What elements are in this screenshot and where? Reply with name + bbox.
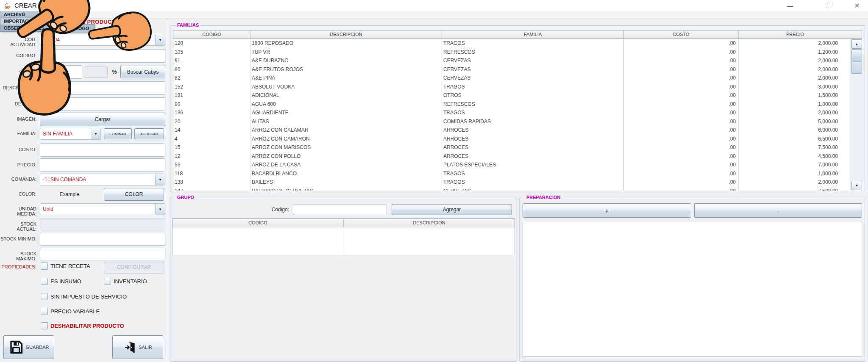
table-cell: ARROZ CON CAMARON	[250, 135, 442, 144]
column-header-precio[interactable]: PRECIO	[739, 30, 851, 39]
cabys-input[interactable]	[40, 65, 82, 79]
precio-input[interactable]	[40, 158, 165, 172]
grupo-agregar-button[interactable]: Agregar	[392, 204, 512, 215]
table-cell: .00	[624, 178, 739, 187]
grupo-table-header: CODIGO DESCRIPCION	[172, 218, 515, 227]
eliminar-familia-button[interactable]: ELIMINAR	[104, 128, 132, 139]
stock-minimo-input[interactable]	[40, 233, 165, 246]
table-cell: 7UP VR	[250, 48, 442, 57]
minimize-button[interactable]: —	[781, 0, 799, 11]
detalle-input[interactable]	[40, 97, 165, 111]
familia-combo[interactable]: SIN-FAMILIA ▼	[40, 128, 101, 140]
descripcion-input[interactable]	[40, 81, 165, 95]
close-button[interactable]: ✕	[848, 0, 866, 11]
table-cell: .00	[624, 56, 739, 65]
grupo-column-descripcion[interactable]: DESCRIPCION	[344, 219, 515, 227]
tiene-receta-checkbox[interactable]: TIENE RECETA	[41, 263, 90, 270]
stock-maximo-label: STOCK MAXIMO:	[0, 251, 36, 261]
table-cell: 1,000.00	[739, 100, 840, 109]
table-row[interactable]: 12ARROZ CON POLLOARROCES.004,500.00	[173, 152, 862, 161]
table-cell: OTROS	[442, 91, 624, 100]
color-label: COLOR:	[0, 191, 36, 196]
table-row[interactable]: 1057UP VRREFRESCOS.001,200.00	[173, 48, 862, 57]
grupo-column-codigo[interactable]: CODIGO	[172, 219, 344, 227]
preparacion-list[interactable]	[523, 222, 862, 356]
table-row[interactable]: 82A&E PIÑACERVEZAS.002,000.00	[173, 74, 862, 83]
table-cell: 2,000.00	[739, 108, 840, 117]
menu-archivo[interactable]: ARCHIVO	[0, 11, 50, 18]
column-header-descripcion[interactable]: DESCRIPCION	[250, 30, 442, 39]
costo-input[interactable]	[40, 143, 165, 157]
table-row[interactable]: 118BACARDI BLANCOTRAGOS.001,000.00	[173, 169, 862, 178]
table-row[interactable]: 138BAILEYSTRAGOS.002,000.00	[173, 178, 862, 187]
deshabilitar-producto-checkbox[interactable]: DESHABILITAR PRODUCTO	[41, 322, 124, 329]
codigo-input[interactable]	[40, 49, 165, 63]
table-cell: 4	[173, 135, 250, 144]
grupo-codigo-input[interactable]	[293, 204, 387, 215]
scrollbar-thumb[interactable]	[851, 49, 862, 74]
table-row[interactable]: 80A&E FRUTOS ROJOSCERVEZAS.002,000.00	[173, 65, 862, 74]
table-cell: 1,200.00	[739, 48, 840, 57]
table-cell: 136	[173, 108, 250, 117]
table-cell: ARROZ CON MARISCOS	[250, 143, 442, 152]
table-cell: 2,000.00	[739, 74, 840, 83]
inventario-checkbox[interactable]: INVENTARIO	[104, 278, 147, 285]
column-header-costo[interactable]: COSTO	[624, 30, 739, 39]
table-cell: CERVEZAS	[442, 65, 624, 74]
stock-minimo-label: STOCK MINIMO:	[0, 236, 36, 241]
table-row[interactable]: 90AGUA 600REFRESCOS.001,000.00	[173, 100, 862, 109]
table-row[interactable]: 4ARROZ CON CAMARONARROCES.006,500.00	[173, 135, 862, 144]
table-row[interactable]: 81A&E DURAZNOCERVEZAS.002,000.00	[173, 56, 862, 65]
table-cell: 7,500.00	[739, 187, 840, 191]
table-row[interactable]: 20ALITASCOMIDAS RAPIDAS.005,000.00	[173, 117, 862, 126]
preparacion-add-button[interactable]: +	[523, 203, 691, 218]
familia-label: FAMILIA:	[0, 131, 36, 136]
table-cell: ARROCES	[442, 152, 624, 161]
table-row[interactable]: 1201800 REPOSADOTRAGOS.002,000.00	[173, 39, 862, 48]
agregar-familia-button[interactable]: AGREGAR	[134, 128, 164, 139]
restore-button[interactable]	[819, 0, 837, 11]
table-row[interactable]: 181ADICIONALOTROS.001,500.00	[173, 91, 862, 100]
menu-item-observaciones[interactable]: OBSERVACIONES ▶	[0, 25, 60, 31]
table-cell: ARROCES	[442, 135, 624, 144]
stock-maximo-input[interactable]	[40, 248, 165, 260]
precio-label: PRECIO:	[0, 162, 36, 167]
table-cell: 5,000.00	[739, 117, 840, 126]
cargar-imagen-button[interactable]: Cargar	[40, 113, 165, 126]
table-row[interactable]: 15ARROZ CON MARISCOSARROCES.007,500.00	[173, 143, 862, 152]
es-insumo-checkbox[interactable]: ES INSUMO	[41, 278, 81, 285]
unidad-medida-combo[interactable]: Unid ▼	[40, 203, 165, 215]
propiedades-label: PROPIEDADES:	[0, 264, 36, 269]
comanda-combo[interactable]: -1=SIN COMANDA ▼	[40, 174, 165, 185]
observaciones-submenu-popup: CATALOGO	[59, 24, 95, 33]
scroll-up-button[interactable]: ▲	[851, 39, 862, 49]
column-header-codigo[interactable]: CODIGO	[173, 30, 250, 39]
column-header-familia[interactable]: FAMILIA	[442, 30, 624, 39]
buscar-cabys-button[interactable]: Buscar Cabys	[120, 66, 165, 78]
precio-variable-checkbox[interactable]: PRECIO VARIABLE	[41, 308, 100, 315]
table-cell: COMIDAS RAPIDAS	[442, 117, 624, 126]
table-cell: 138	[173, 178, 250, 187]
table-row[interactable]: 14ARROZ CON CALAMARARROCES.006,000.00	[173, 126, 862, 135]
menu-item-catalogo[interactable]: CATALOGO	[60, 25, 94, 32]
table-cell: 20	[173, 117, 250, 126]
preparacion-remove-button[interactable]: -	[694, 203, 862, 218]
table-cell: .00	[624, 187, 739, 191]
table-cell: 147	[173, 187, 250, 191]
guardar-button[interactable]: GUARDAR	[3, 335, 54, 359]
cod-actividad-combo[interactable]: 552004 ▼	[40, 34, 165, 46]
vertical-scrollbar[interactable]: ▲ ▼	[851, 39, 862, 191]
table-cell: .00	[624, 100, 739, 109]
table-row[interactable]: 147BALDASO DE CERVEZASCERVEZAS.007,500.0…	[173, 187, 862, 191]
color-button[interactable]: COLOR	[104, 188, 164, 201]
table-cell: REFRESCOS	[442, 48, 624, 57]
sin-impuesto-checkbox[interactable]: SIN IMPUESTO DE SERVICIO	[41, 293, 127, 300]
table-row[interactable]: 56ARROZ DE LA CASAPLATOS ESPECIALES.007,…	[173, 160, 862, 169]
salir-button[interactable]: SALIR	[112, 335, 163, 359]
menu-item-importacion-productos[interactable]: IMPORTACION PROD	[0, 18, 60, 25]
table-row[interactable]: 136AGUARDIENTETRAGOS.002,000.00	[173, 108, 862, 117]
table-row[interactable]: 152ABSOLUT VODKATRAGOS.003,000.00	[173, 83, 862, 91]
table-cell: .00	[624, 135, 739, 144]
grupo-table-body	[172, 227, 515, 255]
scroll-down-button[interactable]: ▼	[851, 181, 862, 190]
